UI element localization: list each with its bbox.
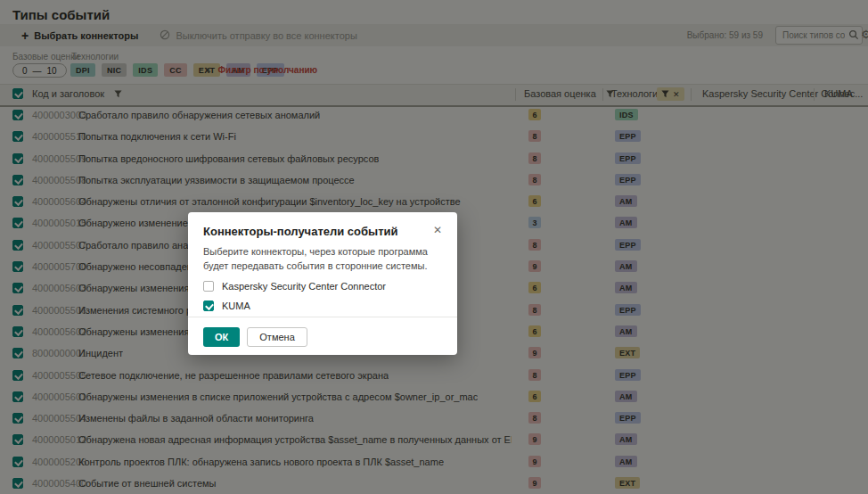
ok-button[interactable]: ОК: [203, 327, 240, 347]
checkbox-checked[interactable]: [203, 301, 214, 311]
dialog-divider: [188, 317, 457, 317]
event-types-page: Типы событий + Выбрать коннекторы Выключ…: [0, 0, 868, 494]
connector-option[interactable]: Kaspersky Security Center Connector: [203, 278, 386, 294]
dialog-footer: ОК Отмена: [203, 327, 307, 347]
connector-option-label: Kaspersky Security Center Connector: [222, 281, 386, 292]
modal-options: Kaspersky Security Center ConnectorKUMA: [203, 275, 386, 314]
connector-option[interactable]: KUMA: [203, 298, 386, 314]
cancel-button[interactable]: Отмена: [247, 327, 307, 347]
connectors-dialog: Коннекторы-получатели событий ✕ Выберите…: [188, 212, 457, 355]
dialog-title: Коннекторы-получатели событий: [203, 225, 398, 238]
close-icon[interactable]: ✕: [433, 224, 442, 236]
checkbox-unchecked[interactable]: [203, 281, 214, 292]
dialog-description: Выберите коннекторы, через которые прогр…: [203, 245, 440, 274]
connector-option-label: KUMA: [222, 301, 250, 311]
